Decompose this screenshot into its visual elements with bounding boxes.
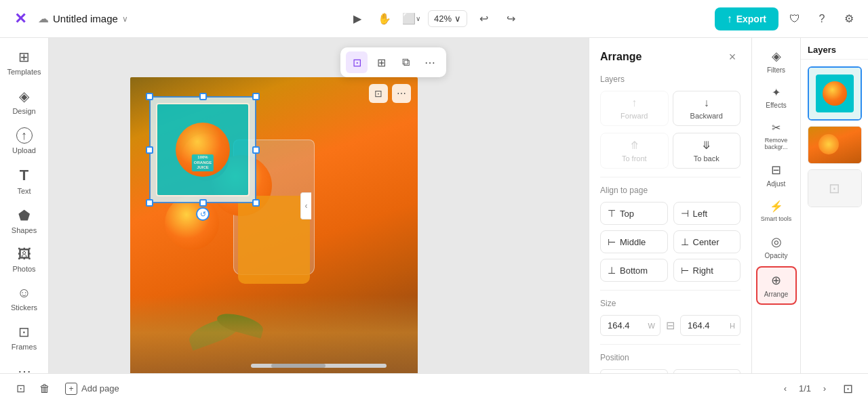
rotate-handle[interactable]: ↺ xyxy=(196,207,210,221)
canvas-scrollbar-thumb xyxy=(271,364,326,368)
x-input[interactable] xyxy=(600,369,668,373)
select-tool-button[interactable]: ▶ xyxy=(347,8,368,30)
layer-thumb-1[interactable] xyxy=(808,66,862,121)
topbar-right-tools: ↑ Export 🛡 ? ⚙ xyxy=(715,7,860,30)
zoom-level: 42% xyxy=(434,14,452,24)
handle-mr[interactable] xyxy=(252,146,260,154)
sidebar-item-more[interactable]: ⋯ xyxy=(4,358,45,373)
export-button[interactable]: ↑ Export xyxy=(715,7,778,30)
sidebar-item-templates[interactable]: ⊞ Templates xyxy=(4,43,45,81)
width-input-group: W xyxy=(600,315,660,336)
add-page-button[interactable]: + Add page xyxy=(60,380,125,398)
bottom-bar: ⊡ 🗑 + Add page ‹ 1/1 › ⊡ xyxy=(0,373,868,403)
smart-tools-panel-button[interactable]: ⚡ Smart tools xyxy=(756,194,797,228)
align-top-icon: ⊤ xyxy=(608,208,616,219)
grid-tool-button[interactable]: ⊞ xyxy=(370,51,392,73)
selected-sticker[interactable]: 100%ORANGEJUICE ↺ xyxy=(149,96,256,203)
frames-icon: ⊡ xyxy=(18,324,30,340)
handle-ml[interactable] xyxy=(146,146,153,154)
align-center-button[interactable]: ⊥ Center xyxy=(673,230,741,253)
bottom-trash-button[interactable]: 🗑 xyxy=(35,379,54,398)
title-caret-icon[interactable]: ∨ xyxy=(122,14,128,24)
next-page-button[interactable]: › xyxy=(816,381,833,397)
align-right-icon: ⊢ xyxy=(681,265,689,276)
layers-buttons-row-2: ⤊ To front ⤋ To back xyxy=(600,133,741,169)
app-logo[interactable]: ✕ xyxy=(8,7,33,31)
sidebar-item-text[interactable]: T Text xyxy=(4,161,45,200)
redo-button[interactable]: ↪ xyxy=(500,8,521,30)
to-front-button[interactable]: ⤊ To front xyxy=(600,133,669,169)
canvas-scrollbar[interactable] xyxy=(251,364,387,368)
handle-br[interactable] xyxy=(252,199,260,207)
align-bottom-button[interactable]: ⊥ Bottom xyxy=(600,259,668,282)
filters-panel-button[interactable]: ◈ Filters xyxy=(756,43,797,79)
handle-tl[interactable] xyxy=(146,93,153,100)
sidebar-item-shapes[interactable]: ⬟ Shapes xyxy=(4,202,45,240)
handle-bl[interactable] xyxy=(146,199,153,207)
arrange-close-button[interactable]: × xyxy=(724,49,741,65)
sidebar-bottom: ⋯ xyxy=(4,358,45,373)
align-left-button[interactable]: ⊣ Left xyxy=(673,202,741,225)
handle-tr[interactable] xyxy=(252,93,260,100)
y-input[interactable] xyxy=(673,369,741,373)
prev-page-button[interactable]: ‹ xyxy=(777,381,793,397)
sidebar-item-stickers[interactable]: ☺ Stickers xyxy=(4,280,45,317)
undo-button[interactable]: ↩ xyxy=(473,8,494,30)
divider-1 xyxy=(600,177,741,177)
shield-icon-button[interactable]: 🛡 xyxy=(784,8,806,30)
bottom-page-icon-button[interactable]: ⊡ xyxy=(11,379,30,398)
sidebar-item-photos[interactable]: 🖼 Photos xyxy=(4,241,45,278)
canvas-resize-button[interactable]: ⊡ xyxy=(369,84,388,103)
more-tool-button[interactable]: ⋯ xyxy=(419,51,441,73)
sidebar-item-design[interactable]: ◈ Design xyxy=(4,83,45,121)
y-input-group: Y xyxy=(673,369,741,373)
copy-tool-button[interactable]: ⧉ xyxy=(395,51,416,73)
align-middle-button[interactable]: ⊢ Middle xyxy=(600,230,668,253)
layers-panel-title: Layers xyxy=(801,38,868,60)
align-bottom-icon: ⊥ xyxy=(608,265,616,276)
handle-tc[interactable] xyxy=(199,93,207,100)
expand-button[interactable]: ⊡ xyxy=(838,379,857,398)
arrange-panel-content: Arrange × Layers ↑ Forward ↓ Backward ⤊ … xyxy=(589,38,751,373)
handle-bc[interactable] xyxy=(199,199,207,207)
forward-button[interactable]: ↑ Forward xyxy=(600,91,669,126)
frame-tool-button[interactable]: ⬜ ∨ xyxy=(401,8,422,30)
sidebar-item-upload[interactable]: ↑ Upload xyxy=(4,122,45,160)
layers-section-title: Layers xyxy=(600,75,741,84)
crop-tool-button[interactable]: ⊡ xyxy=(346,51,368,73)
help-button[interactable]: ? xyxy=(811,8,833,30)
link-icon[interactable]: ⊟ xyxy=(666,319,675,332)
settings-button[interactable]: ⚙ xyxy=(838,8,860,30)
adjust-icon: ⊟ xyxy=(771,163,781,177)
panel-collapse-tab[interactable]: ‹ xyxy=(300,192,311,219)
pan-tool-button[interactable]: ✋ xyxy=(374,8,395,30)
remove-bg-panel-button[interactable]: ✂ Remove backgr... xyxy=(756,116,797,156)
canvas-page[interactable]: 100%ORANGEJUICE ↺ ⊡ ⋯ xyxy=(130,77,418,373)
shapes-icon: ⬟ xyxy=(18,207,30,224)
arrange-panel-button[interactable]: ⊕ Arrange xyxy=(756,266,797,305)
adjust-panel-button[interactable]: ⊟ Adjust xyxy=(756,157,797,193)
align-right-button[interactable]: ⊢ Right xyxy=(673,259,741,282)
canvas-area[interactable]: ⊡ ⊞ ⧉ ⋯ xyxy=(49,38,589,373)
effects-panel-button[interactable]: ✦ Effects xyxy=(756,81,797,114)
align-center-icon: ⊥ xyxy=(681,236,689,247)
to-back-icon: ⤋ xyxy=(702,139,711,152)
bottom-right: ‹ 1/1 › ⊡ xyxy=(777,379,857,398)
opacity-panel-button[interactable]: ◎ Opacity xyxy=(756,229,797,265)
align-top-button[interactable]: ⊤ Top xyxy=(600,202,668,225)
document-title[interactable]: Untitled image xyxy=(53,13,118,24)
layer-thumb-3[interactable]: ⊡ xyxy=(808,169,862,207)
backward-button[interactable]: ↓ Backward xyxy=(673,91,741,126)
backward-icon: ↓ xyxy=(704,97,709,109)
more-icon: ⋯ xyxy=(18,363,31,373)
sidebar-item-frames[interactable]: ⊡ Frames xyxy=(4,318,45,356)
templates-icon: ⊞ xyxy=(18,49,30,65)
zoom-control[interactable]: 42% ∨ xyxy=(428,10,467,27)
layer-thumb-2[interactable] xyxy=(808,126,862,164)
canvas-options-button[interactable]: ⋯ xyxy=(392,84,411,103)
divider-2 xyxy=(600,290,741,291)
element-toolbar: ⊡ ⊞ ⧉ ⋯ xyxy=(340,47,446,77)
design-icon: ◈ xyxy=(19,88,29,104)
opacity-icon: ◎ xyxy=(771,234,782,249)
to-back-button[interactable]: ⤋ To back xyxy=(673,133,741,169)
